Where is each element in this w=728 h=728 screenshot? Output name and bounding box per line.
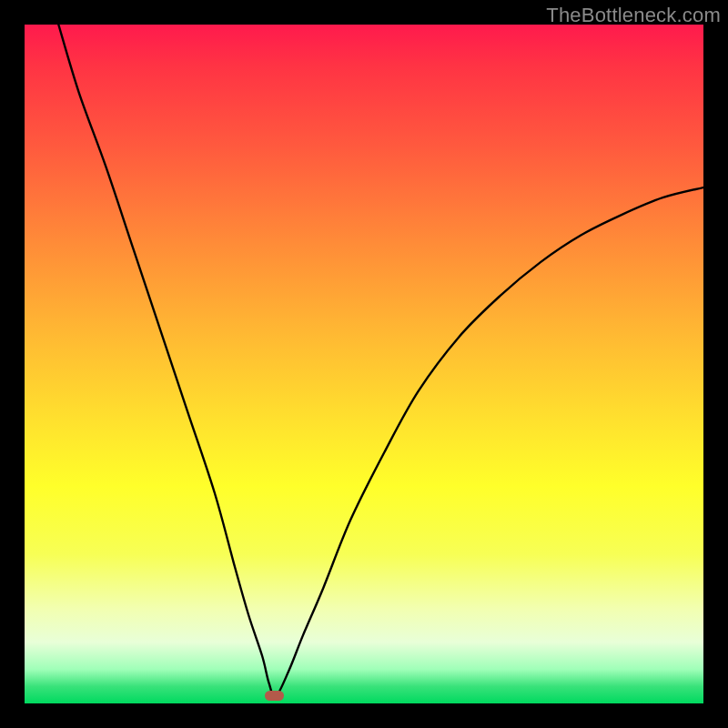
optimal-marker [265,691,284,701]
bottleneck-curve [25,25,703,703]
watermark-text: TheBottleneck.com [546,4,721,27]
plot-area [25,25,703,703]
